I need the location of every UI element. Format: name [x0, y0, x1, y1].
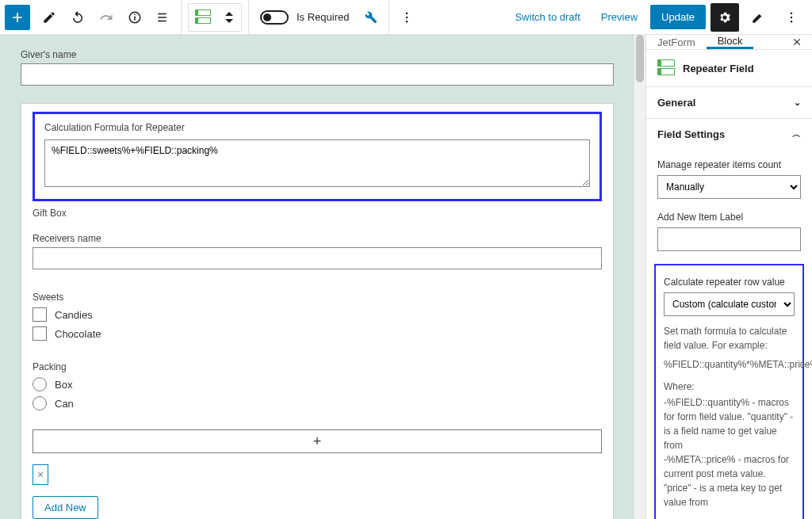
- option-label: Chocolate: [55, 328, 102, 340]
- calc-textarea[interactable]: %FIELD::sweets%+%FIELD::packing%: [44, 139, 590, 187]
- is-required-label: Is Required: [297, 11, 349, 23]
- add-new-button[interactable]: Add New: [33, 496, 98, 519]
- manage-count-select[interactable]: Manually: [657, 175, 801, 199]
- packing-option-can[interactable]: Can: [33, 396, 602, 410]
- svg-rect-1: [134, 16, 136, 20]
- block-type-button[interactable]: [189, 4, 217, 31]
- wrench-icon: [365, 11, 377, 24]
- giver-input[interactable]: [21, 63, 614, 86]
- sidebar-tabs: JetForm Block: [646, 35, 812, 50]
- dots-vertical-icon: [784, 10, 799, 25]
- calc-label: Calculation Formula for Repeater: [44, 122, 590, 133]
- packing-option-box[interactable]: Box: [33, 377, 602, 391]
- receivers-input[interactable]: [33, 247, 602, 269]
- plus-symbol: +: [313, 433, 322, 450]
- sweets-field: Sweets Candies Chocolate: [33, 292, 602, 341]
- main: Giver's name Calculation Formula for Rep…: [0, 35, 812, 519]
- svg-point-6: [791, 12, 792, 13]
- separator: [248, 0, 249, 35]
- section-field-settings: Field Settings ︿ Manage repeater items c…: [646, 119, 812, 519]
- help-field: -%FIELD::quantity% - macros for form fie…: [664, 395, 795, 452]
- help-formula: %FIELD::quantity%*%META::price%: [664, 357, 795, 372]
- add-item-label: Add New Item Label: [657, 212, 801, 223]
- radio-icon: [33, 377, 47, 391]
- option-label: Can: [55, 398, 74, 410]
- svg-point-7: [791, 16, 792, 17]
- move-updown[interactable]: [217, 10, 241, 25]
- calc-row-highlight: Calculate repeater row value Custom (cal…: [654, 264, 804, 519]
- update-button[interactable]: Update: [650, 5, 706, 29]
- add-block-button[interactable]: [5, 5, 30, 30]
- close-sidebar-button[interactable]: [782, 35, 812, 49]
- remove-row-button[interactable]: ×: [33, 464, 48, 485]
- more-button[interactable]: [393, 3, 421, 32]
- separator: [389, 0, 389, 35]
- add-item-input[interactable]: [657, 227, 801, 251]
- calc-row-label: Calculate repeater row value: [664, 277, 795, 288]
- plus-icon: [10, 10, 25, 25]
- field-settings-body: Manage repeater items count Manually Add…: [646, 150, 812, 519]
- sweets-option-chocolate[interactable]: Chocolate: [33, 326, 602, 341]
- chevron-down-icon: [224, 17, 234, 25]
- calculation-box: Calculation Formula for Repeater %FIELD:…: [33, 112, 602, 201]
- topbar-left: Is Required: [0, 0, 421, 34]
- svg-point-3: [406, 12, 408, 13]
- add-row-bar[interactable]: +: [33, 429, 602, 453]
- sidebar: JetForm Block Repeater Field General ⌄ F…: [645, 35, 812, 519]
- repeater-icon: [195, 10, 211, 25]
- wrench-button[interactable]: [357, 3, 385, 32]
- pencil-icon: [751, 10, 765, 25]
- sweets-option-candies[interactable]: Candies: [33, 307, 602, 322]
- tab-block[interactable]: Block: [707, 35, 754, 49]
- help-where: Where:: [664, 380, 795, 394]
- preview-link[interactable]: Preview: [593, 6, 645, 28]
- redo-icon: [99, 10, 113, 25]
- chevron-up-icon: ︿: [792, 128, 801, 140]
- pencil-icon: [42, 10, 56, 25]
- separator: [181, 0, 182, 35]
- svg-point-5: [406, 21, 408, 22]
- help-intro: Set math formula to calculate field valu…: [664, 324, 795, 353]
- topbar-right: Switch to draft Preview Update: [507, 3, 812, 32]
- is-required-toggle[interactable]: [260, 10, 289, 25]
- calc-row-select[interactable]: Custom (calculate custom value for each …: [664, 292, 795, 316]
- checkbox-icon: [33, 307, 47, 322]
- section-general-head[interactable]: General ⌄: [646, 87, 812, 118]
- section-label: General: [657, 97, 695, 109]
- close-icon: [791, 36, 802, 48]
- scrollbar-thumb[interactable]: [636, 35, 644, 82]
- dots-vertical-icon: [400, 10, 414, 25]
- switch-draft-link[interactable]: Switch to draft: [507, 6, 588, 28]
- sweets-label: Sweets: [33, 292, 602, 303]
- undo-button[interactable]: [63, 3, 92, 32]
- block-title: Repeater Field: [683, 63, 754, 74]
- help-meta: -%META::price% - macros for current post…: [664, 452, 795, 509]
- jetform-top-button[interactable]: [744, 3, 772, 32]
- edit-button[interactable]: [35, 3, 63, 32]
- outline-button[interactable]: [149, 3, 178, 32]
- gear-icon: [718, 10, 732, 25]
- settings-toggle[interactable]: [710, 3, 739, 32]
- giver-label: Giver's name: [21, 49, 614, 60]
- section-field-settings-head[interactable]: Field Settings ︿: [646, 119, 812, 150]
- section-label: Field Settings: [657, 128, 725, 140]
- radio-icon: [33, 396, 47, 410]
- tab-jetform[interactable]: JetForm: [646, 35, 707, 49]
- block-toolbar: [188, 3, 242, 32]
- giver-field: Giver's name: [21, 49, 625, 86]
- chevron-down-icon: ⌄: [794, 97, 801, 108]
- top-more-button[interactable]: [777, 3, 806, 32]
- repeater-block[interactable]: Calculation Formula for Repeater %FIELD:…: [21, 103, 614, 519]
- option-label: Candies: [55, 309, 93, 321]
- packing-field: Packing Box Can: [33, 361, 602, 410]
- is-required-toggle-wrap: Is Required: [252, 10, 357, 25]
- info-button[interactable]: [121, 3, 149, 32]
- topbar: Is Required Switch to draft Preview Upda…: [0, 0, 812, 35]
- redo-button[interactable]: [92, 3, 121, 32]
- checkbox-icon: [33, 326, 47, 341]
- info-icon: [128, 10, 142, 25]
- scrollbar[interactable]: [634, 35, 645, 519]
- svg-point-4: [406, 16, 408, 17]
- canvas: Giver's name Calculation Formula for Rep…: [0, 35, 645, 519]
- giftbox-label: Gift Box: [33, 208, 602, 219]
